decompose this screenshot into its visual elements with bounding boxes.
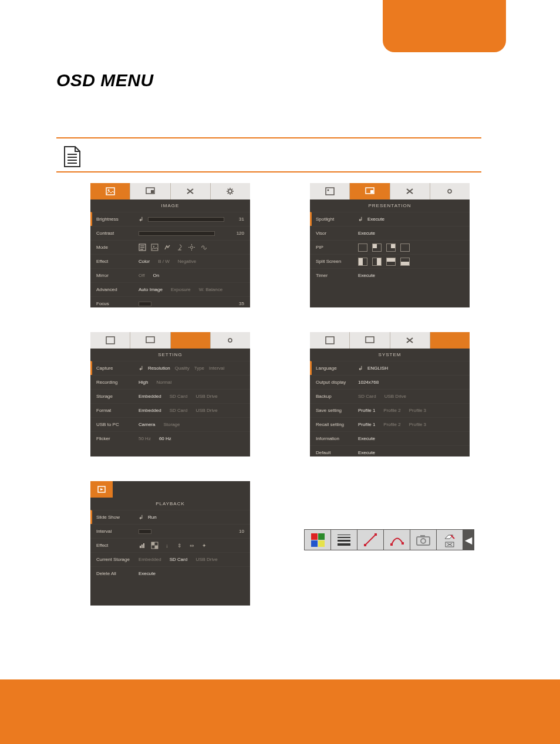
- panel-title: PRESENTATION: [310, 199, 470, 212]
- row-slideshow[interactable]: Slide Show ↲ Run: [90, 510, 250, 524]
- tab-playback[interactable]: [90, 481, 113, 498]
- effect-bars-icon[interactable]: [139, 542, 146, 549]
- mode-text-icon[interactable]: [139, 244, 146, 251]
- svg-rect-52: [375, 533, 377, 536]
- row-format[interactable]: Format EmbeddedSD CardUSB Drive: [90, 403, 250, 417]
- split-bottom-icon[interactable]: [400, 258, 410, 266]
- svg-line-13: [228, 189, 228, 190]
- row-mirror[interactable]: Mirror Off On: [90, 268, 250, 282]
- page-title: OSD MENU: [56, 70, 154, 90]
- tab-system[interactable]: [430, 332, 470, 349]
- row-visor[interactable]: Visor Execute: [310, 226, 470, 240]
- mode-infinity-icon[interactable]: [200, 244, 208, 251]
- eraser-icon[interactable]: [437, 530, 463, 550]
- row-pip[interactable]: PIP: [310, 240, 470, 254]
- row-contrast[interactable]: Contrast 120: [90, 226, 250, 240]
- tab-image[interactable]: [90, 183, 130, 199]
- row-recall-setting[interactable]: Recall setting Profile 1Profile 2Profile…: [310, 417, 470, 431]
- page-corner-tab: [383, 0, 506, 52]
- svg-line-15: [228, 193, 228, 194]
- svg-rect-36: [326, 337, 334, 344]
- tab-presentation[interactable]: [130, 332, 170, 349]
- row-backup[interactable]: Backup SD CardUSB Drive: [310, 389, 470, 403]
- tab-image[interactable]: [90, 332, 130, 349]
- svg-rect-46: [143, 543, 144, 548]
- effect-checker-icon[interactable]: [151, 542, 158, 549]
- tab-setting[interactable]: [170, 332, 210, 349]
- curve-tool-icon[interactable]: [384, 530, 410, 550]
- mode-photo-icon[interactable]: [151, 244, 158, 251]
- osd-panel-image: IMAGE Brightness ↲ 31 Contrast 120 Mode …: [90, 183, 250, 307]
- pip-bl-icon[interactable]: [358, 244, 367, 252]
- section-divider: [56, 137, 481, 173]
- focus-slider[interactable]: [139, 302, 151, 306]
- mode-microscope-icon[interactable]: [176, 244, 183, 251]
- row-recording[interactable]: Recording HighNormal: [90, 375, 250, 389]
- enter-icon: ↲: [358, 216, 365, 222]
- tab-setting[interactable]: [390, 332, 430, 349]
- row-output-display[interactable]: Output display 1024x768: [310, 375, 470, 389]
- page-footer-band: [0, 679, 560, 744]
- collapse-arrow-icon[interactable]: ◀: [463, 530, 474, 550]
- split-right-icon[interactable]: [372, 258, 382, 266]
- camera-icon[interactable]: [410, 530, 437, 550]
- svg-line-14: [232, 193, 232, 194]
- osd-panel-playback: PLAYBACK Slide Show ↲ Run Interval 10 Ef…: [90, 481, 250, 606]
- tab-presentation[interactable]: [349, 183, 389, 199]
- svg-point-23: [191, 246, 193, 249]
- row-mode[interactable]: Mode: [90, 240, 250, 254]
- row-interval[interactable]: Interval 10: [90, 524, 250, 538]
- svg-rect-37: [366, 337, 374, 343]
- mode-macro-icon[interactable]: [188, 244, 195, 251]
- svg-rect-31: [370, 190, 373, 193]
- row-split-screen[interactable]: Split Screen: [310, 254, 470, 268]
- row-save-setting[interactable]: Save setting Profile 1Profile 2Profile 3: [310, 403, 470, 417]
- row-capture[interactable]: Capture ↲ Resolution Quality Type Interv…: [90, 361, 250, 375]
- pip-tl-icon[interactable]: [372, 244, 382, 252]
- delete-x-icon: [445, 542, 454, 547]
- tab-presentation[interactable]: [349, 332, 389, 349]
- row-effect[interactable]: Effect ↓ ⇕ ⇔ ✦: [90, 538, 250, 552]
- row-usb-to-pc[interactable]: USB to PC CameraStorage: [90, 417, 250, 431]
- row-default[interactable]: Default Execute: [310, 445, 470, 459]
- color-swatch-icon[interactable]: [305, 530, 331, 550]
- split-top-icon[interactable]: [386, 258, 396, 266]
- tab-image[interactable]: [310, 183, 349, 199]
- row-information[interactable]: Information Execute: [310, 431, 470, 445]
- tab-setting[interactable]: [170, 183, 210, 199]
- osd-panel-presentation: PRESENTATION Spotlight ↲ Execute Visor E…: [310, 183, 470, 307]
- interval-slider[interactable]: [139, 529, 151, 534]
- tab-image[interactable]: [310, 332, 349, 349]
- line-weight-icon[interactable]: [331, 530, 357, 550]
- tab-system[interactable]: [430, 183, 470, 199]
- row-brightness[interactable]: Brightness ↲ 31: [90, 212, 250, 226]
- brightness-slider[interactable]: [148, 217, 224, 222]
- panel-title: SETTING: [90, 349, 250, 361]
- row-focus[interactable]: Focus 35: [90, 296, 250, 310]
- line-tool-icon[interactable]: [357, 530, 384, 550]
- contrast-slider[interactable]: [139, 231, 215, 236]
- effect-split-h-icon[interactable]: ⇔: [188, 542, 195, 549]
- row-flicker[interactable]: Flicker 50 Hz60 Hz: [90, 431, 250, 445]
- row-spotlight[interactable]: Spotlight ↲ Execute: [310, 212, 470, 226]
- split-left-icon[interactable]: [358, 258, 367, 266]
- effect-cross-icon[interactable]: ✦: [200, 542, 208, 549]
- svg-rect-28: [326, 188, 334, 195]
- row-advanced[interactable]: Advanced Auto Image Exposure W. Balance: [90, 282, 250, 296]
- row-language[interactable]: Language ↲ ENGLISH: [310, 361, 470, 375]
- row-effect[interactable]: Effect Color B / W Negative: [90, 254, 250, 268]
- tab-system[interactable]: [210, 332, 250, 349]
- effect-down-icon[interactable]: ↓: [163, 542, 171, 549]
- pip-tr-icon[interactable]: [386, 244, 396, 252]
- svg-point-35: [228, 339, 232, 342]
- pip-br-icon[interactable]: [400, 244, 410, 252]
- tab-presentation[interactable]: [130, 183, 170, 199]
- mode-motion-icon[interactable]: [163, 244, 171, 251]
- row-storage[interactable]: Storage EmbeddedSD CardUSB Drive: [90, 389, 250, 403]
- row-delete-all[interactable]: Delete All Execute: [90, 566, 250, 580]
- row-current-storage[interactable]: Current Storage EmbeddedSD CardUSB Drive: [90, 552, 250, 566]
- row-timer[interactable]: Timer Execute: [310, 268, 470, 282]
- tab-setting[interactable]: [390, 183, 430, 199]
- effect-split-v-icon[interactable]: ⇕: [176, 542, 183, 549]
- tab-system[interactable]: [210, 183, 250, 199]
